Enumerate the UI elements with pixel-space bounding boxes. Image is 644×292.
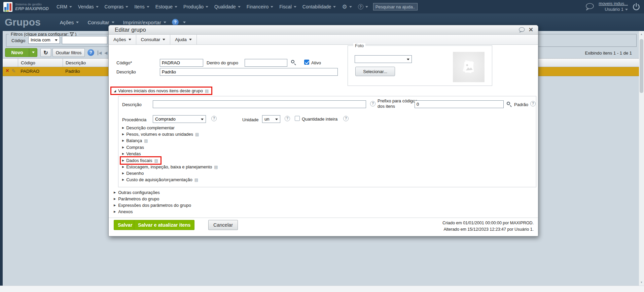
section-vendas[interactable]: ▶Vendas (122, 151, 141, 156)
vertical-scrollbar[interactable]: ▲ ▼ (639, 31, 644, 286)
cancel-button[interactable]: Cancelar (208, 220, 238, 230)
close-icon[interactable]: ✕ (529, 27, 533, 33)
chevron-down-icon (625, 9, 628, 12)
page-menu-consultar[interactable]: Consultar (83, 20, 118, 25)
help-circle-icon: ? (358, 4, 363, 9)
dialog-menu-acoes[interactable]: Ações (109, 35, 136, 44)
unidade-select[interactable]: un (262, 115, 280, 123)
topnav-crm[interactable]: CRM (53, 0, 75, 13)
chat-bubble-icon[interactable] (584, 3, 595, 11)
quantidade-inteira-checkbox[interactable] (295, 116, 300, 121)
procedencia-select[interactable]: Comprado (153, 115, 206, 123)
new-button[interactable]: Novo (5, 48, 37, 57)
pagination-prev-icon[interactable]: ◀ (104, 51, 107, 55)
settings-menu[interactable]: ⚙ (339, 0, 355, 13)
section-estocagem[interactable]: ▶Estocagem, inspeção, baixa e planejamen… (122, 164, 218, 169)
codigo-input[interactable] (160, 59, 203, 67)
horizontal-scrollbar[interactable] (0, 286, 644, 292)
help-search-input[interactable] (373, 3, 418, 10)
page-more-menu[interactable] (179, 20, 190, 25)
section-descricao-complementar[interactable]: ▶Descrição complementar (122, 125, 175, 130)
topnav-fiscal[interactable]: Fiscal (276, 0, 299, 13)
topnav-producao[interactable]: Produção (180, 0, 211, 13)
foto-select[interactable] (355, 55, 412, 63)
topnav-financeiro[interactable]: Financeiro (244, 0, 276, 13)
help-circle-icon[interactable]: ? (285, 116, 290, 121)
valores-section-header[interactable]: ◢ Valores iniciais dos novos itens deste… (110, 87, 212, 95)
save-and-update-items-button[interactable]: Salvar e atualizar itens (134, 220, 194, 230)
power-icon[interactable] (632, 2, 641, 11)
descricao-input[interactable] (160, 68, 338, 76)
section-expressoes-parametros[interactable]: ▶Expressões dos parâmetros do grupo (114, 203, 191, 208)
help-menu[interactable]: ? (355, 0, 371, 13)
dialog-menu-bar: Ações Consultar Ajuda (109, 35, 538, 45)
page-menu-imprimir-exportar[interactable]: Imprimir/exportar (119, 20, 171, 25)
topnav-itens[interactable]: Itens (131, 0, 152, 13)
search-lookup-icon[interactable] (291, 60, 294, 63)
dialog-chat-icon[interactable] (518, 27, 525, 33)
chevron-down-icon (294, 6, 296, 9)
grid-help-icon[interactable]: ? (87, 49, 94, 56)
chevron-down-icon (129, 39, 131, 42)
help-circle-icon[interactable]: ? (211, 116, 217, 121)
expand-arrow-icon: ▶ (114, 197, 116, 200)
section-balanca[interactable]: ▶Balança▤ (122, 138, 148, 143)
section-pesos-volumes[interactable]: ▶Pesos, volumes e outras unidades▤ (122, 132, 199, 137)
help-circle-icon[interactable]: ? (343, 116, 349, 121)
filter-value-input[interactable] (62, 36, 107, 44)
refresh-button[interactable]: ↻ (40, 48, 51, 57)
dialog-menu-ajuda[interactable]: Ajuda (170, 35, 197, 44)
item-descricao-input[interactable] (153, 100, 366, 108)
selecionar-button[interactable]: Selecionar... (355, 67, 395, 76)
section-desenho[interactable]: ▶Desenho (122, 171, 144, 176)
page-help-icon[interactable]: ? (172, 19, 179, 26)
help-circle-icon[interactable]: ? (370, 101, 375, 106)
section-dados-fiscais[interactable]: ▶Dados fiscais▤ (120, 156, 162, 165)
topnav-qualidade[interactable]: Qualidade (211, 0, 244, 13)
topnav-estoque[interactable]: Estoque (152, 0, 180, 13)
hide-filters-button[interactable]: Ocultar filtros (52, 48, 85, 57)
quantidade-inteira-label: Quantidade inteira (302, 117, 337, 122)
edit-row-icon[interactable]: ✎ (11, 68, 16, 74)
form-doc-icon[interactable]: ▤ (205, 89, 209, 93)
section-custo-aquisicao[interactable]: ▶Custo de aquisição/orçamentação▤ (122, 177, 198, 182)
topnav-compras[interactable]: Compras (102, 0, 132, 13)
scroll-up-icon[interactable]: ▲ (639, 33, 644, 36)
dialog-menu-consultar[interactable]: Consultar (136, 35, 171, 44)
dentro-do-grupo-input[interactable] (245, 59, 287, 67)
form-doc-icon[interactable]: ▤ (144, 138, 148, 143)
form-doc-icon[interactable]: ▤ (195, 132, 199, 137)
delete-row-icon[interactable]: × (6, 67, 9, 74)
column-header-codigo[interactable]: Código (18, 59, 63, 67)
help-circle-icon[interactable]: ? (530, 101, 536, 106)
form-doc-icon[interactable]: ▤ (194, 177, 198, 182)
app-logo[interactable]: Sistema de gestão ERP MAXIPROD (3, 2, 49, 12)
pagination-first-icon[interactable]: ◀ (98, 51, 102, 55)
search-lookup-icon[interactable] (507, 102, 510, 105)
ativo-checkbox[interactable] (304, 60, 309, 65)
filter-operator-select[interactable]: Inicia com (28, 36, 60, 44)
chevron-down-icon (365, 6, 368, 9)
new-button-arrow[interactable] (29, 48, 37, 57)
vertical-scrollbar-thumb[interactable] (640, 39, 643, 93)
updated-text: Alterado em 15/12/2023 12:23:47 por Usuá… (442, 226, 534, 233)
prefixo-input[interactable] (415, 100, 504, 108)
account-company-link[interactable]: moveis indus... (599, 1, 628, 7)
page-title: Grupos (5, 17, 41, 28)
chevron-down-icon (32, 52, 35, 55)
section-parametros-grupo[interactable]: ▶Parâmetros do grupo (114, 196, 159, 201)
topnav-vendas[interactable]: Vendas (75, 0, 102, 13)
form-doc-icon[interactable]: ▤ (154, 158, 158, 163)
save-button[interactable]: Salvar (114, 220, 137, 230)
topnav-contabilidade[interactable]: Contabilidade (299, 0, 339, 13)
scroll-down-icon[interactable]: ▼ (639, 281, 644, 284)
user-menu[interactable]: Usuário 1 (605, 7, 628, 12)
page-menu-acoes[interactable]: Ações (56, 20, 83, 25)
section-outras-configuracoes[interactable]: ▶Outras configurações (114, 190, 160, 195)
chevron-down-icon (271, 6, 273, 9)
filter-field-label: Código (11, 38, 25, 43)
form-doc-icon[interactable]: ▤ (214, 165, 218, 169)
dialog-title-bar[interactable]: Editar grupo ✕ (109, 25, 538, 35)
section-anexos[interactable]: ▶Anexos (114, 209, 133, 214)
section-compras[interactable]: ▶Compras (122, 145, 144, 150)
